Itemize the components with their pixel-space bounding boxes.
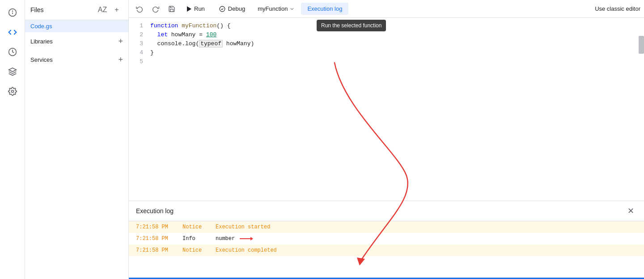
sidebar-item-code[interactable] — [4, 23, 21, 41]
save-button[interactable] — [165, 2, 179, 16]
log-row-1: 7:21:58 PM Info number — [129, 233, 644, 245]
add-file-icon: + — [114, 6, 119, 14]
use-classic-editor-button[interactable]: Use classic editor — [595, 5, 640, 12]
run-label: Run — [194, 5, 205, 12]
tooltip-text: Run the selected function — [321, 22, 381, 29]
file-sidebar: Files AZ + Code.gs Libraries + Services … — [25, 0, 129, 279]
log-message-2: Execution completed — [216, 247, 277, 253]
run-button[interactable]: Run — [181, 3, 211, 15]
log-level-1: Info — [182, 236, 205, 242]
log-time-0: 7:21:58 PM — [136, 224, 172, 230]
play-icon — [187, 6, 191, 12]
log-message-0: Execution started — [216, 224, 270, 230]
add-file-button[interactable]: + — [110, 4, 123, 16]
toolbar: Run Debug myFunction Execution log Use — [129, 0, 644, 18]
sort-icon: AZ — [98, 6, 107, 14]
debug-label: Debug — [228, 5, 245, 12]
debug-button[interactable]: Debug — [213, 3, 251, 15]
exec-log-title: Execution log — [136, 207, 174, 215]
add-service-button[interactable]: + — [118, 55, 123, 64]
services-section[interactable]: Services + — [25, 51, 128, 69]
file-item-code-gs[interactable]: Code.gs — [25, 20, 128, 32]
svg-marker-7 — [250, 237, 253, 240]
execution-log-panel: Execution log ✕ 7:21:58 PM Notice Execut… — [129, 201, 644, 279]
file-name: Code.gs — [30, 23, 52, 30]
function-selector[interactable]: myFunction — [253, 4, 299, 14]
undo-button[interactable] — [132, 2, 147, 16]
files-title: Files — [30, 6, 44, 13]
run-tooltip: Run the selected function — [317, 20, 386, 31]
exec-log-header: Execution log ✕ — [129, 201, 644, 221]
log-row-0: 7:21:58 PM Notice Execution started — [129, 221, 644, 233]
sort-button[interactable]: AZ — [96, 4, 109, 16]
libraries-section[interactable]: Libraries + — [25, 32, 128, 51]
file-sidebar-header: Files AZ + — [25, 0, 128, 20]
classic-editor-label: Use classic editor — [595, 5, 640, 12]
log-time-1: 7:21:58 PM — [136, 236, 172, 242]
add-library-button[interactable]: + — [118, 37, 123, 46]
sidebar-item-info[interactable] — [4, 4, 21, 21]
log-level-0: Notice — [182, 224, 205, 230]
sidebar-item-settings[interactable] — [4, 82, 21, 100]
sidebar-item-triggers[interactable] — [4, 43, 21, 61]
function-name: myFunction — [258, 5, 288, 12]
log-time-2: 7:21:58 PM — [136, 247, 172, 253]
execution-log-button[interactable]: Execution log — [301, 3, 348, 15]
icon-sidebar — [0, 0, 25, 279]
svg-point-4 — [11, 90, 13, 93]
redo-button[interactable] — [148, 2, 163, 16]
scrollbar[interactable] — [639, 36, 644, 54]
file-header-icons: AZ + — [96, 4, 123, 16]
libraries-label: Libraries — [30, 38, 53, 45]
services-label: Services — [30, 56, 53, 63]
log-level-2: Notice — [182, 247, 205, 253]
info-arrow-icon — [240, 236, 253, 242]
log-row-2: 7:21:58 PM Notice Execution completed — [129, 245, 644, 256]
log-message-1: number — [216, 236, 253, 242]
exec-log-label: Execution log — [307, 5, 342, 12]
sidebar-item-services[interactable] — [4, 63, 21, 81]
main-area: Run Debug myFunction Execution log Use — [129, 0, 644, 279]
close-exec-log-button[interactable]: ✕ — [624, 205, 637, 217]
